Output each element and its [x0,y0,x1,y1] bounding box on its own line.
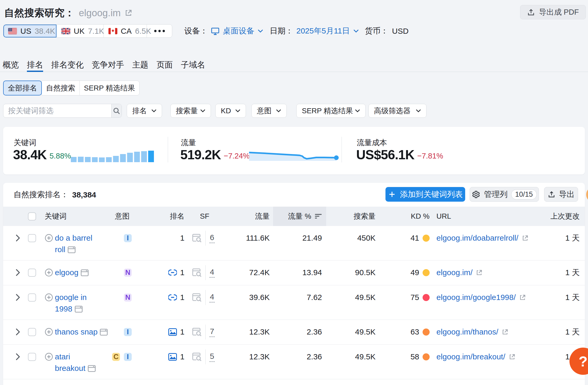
filter-dropdown-意图[interactable]: 意图 [251,104,287,118]
column-header-url[interactable]: URL [436,207,451,226]
url-link[interactable]: elgoog.im/thanos/ [436,327,498,336]
row-checkbox[interactable] [28,326,36,338]
column-header-keyword[interactable]: 关键词 [45,207,67,226]
url-link[interactable]: elgoog.im/ [436,268,472,277]
add-to-keyword-list-label: 添加到关键词列表 [400,189,463,200]
column-header-kd[interactable]: KD % [411,207,430,226]
sf-count[interactable]: 5 [209,352,215,362]
kd-value: 63 [411,327,419,336]
nav-tab-页面[interactable]: 页面 [157,59,173,72]
add-keyword-button[interactable] [45,292,53,303]
segment-全部排名[interactable]: 全部排名 [3,81,42,95]
floating-widget-sliver[interactable] [586,187,588,202]
filter-label: 意图 [257,106,272,116]
serp-snapshot-icon[interactable] [100,329,108,336]
serp-features-preview-icon[interactable] [192,352,202,361]
table-export-button[interactable]: 导出 [544,187,578,202]
column-header-last-change[interactable]: 上次更改 [539,207,580,226]
url-link[interactable]: elgoog.im/breakout/ [436,352,505,361]
sf-count[interactable]: 4 [209,268,215,278]
columns-count-badge: 10/15 [511,189,537,200]
sf-count[interactable]: 6 [209,233,215,243]
keyword-link[interactable]: atari breakout [55,352,96,372]
date-dropdown[interactable]: 2025年5月11日 [296,26,359,36]
serp-snapshot-icon[interactable] [81,269,89,276]
keyword-link[interactable]: elgoog [55,268,89,277]
country-keyword-count: 38.4K [35,27,55,36]
serp-snapshot-icon[interactable] [75,306,83,313]
device-dropdown[interactable]: 桌面设备 [211,26,263,36]
filter-dropdown-KD[interactable]: KD [215,104,246,118]
serp-features-preview-icon[interactable] [192,327,202,337]
column-header-rank[interactable]: 排名 [158,207,185,226]
analyzed-domain[interactable]: elgoog.im [79,8,121,19]
manage-columns-button[interactable]: 管理列 10/15 [470,187,539,202]
search-button[interactable] [111,104,122,117]
nav-tab-子域名[interactable]: 子域名 [181,59,205,72]
row-checkbox[interactable] [28,232,36,244]
row-checkbox[interactable] [28,351,36,363]
add-keyword-button[interactable] [45,232,53,244]
serp-features-preview-icon[interactable] [192,268,202,277]
external-link-icon[interactable] [476,269,483,276]
serp-features-preview-icon[interactable] [192,234,202,243]
export-pdf-button[interactable]: 导出成 PDF [520,5,586,19]
filter-dropdown-高级筛选器[interactable]: 高级筛选器 [368,104,426,118]
segment-自然搜索[interactable]: 自然搜索 [42,81,80,95]
url-link[interactable]: elgoog.im/doabarrelroll/ [436,234,518,242]
keyword-link[interactable]: thanos snap [55,327,108,336]
serp-features-preview-icon[interactable] [192,293,202,302]
column-header-sf[interactable]: SF [200,207,209,226]
country-tab-uk[interactable]: UK 7.1K [56,25,103,37]
add-keyword-button[interactable] [45,326,53,338]
select-all-checkbox[interactable] [28,207,36,226]
country-keyword-count: 6.5K [135,27,151,36]
expand-row-button[interactable] [16,351,24,363]
external-link-icon[interactable] [124,9,132,17]
keyword-search-input[interactable] [3,104,111,117]
nav-tab-主题[interactable]: 主题 [132,59,148,72]
sf-count[interactable]: 4 [209,292,215,303]
expand-row-button[interactable] [16,326,24,338]
sf-cell: 4 [192,292,215,303]
filter-dropdown-搜索量[interactable]: 搜索量 [170,104,211,118]
column-header-traffic[interactable]: 流量 [233,207,270,226]
sf-count[interactable]: 7 [209,327,215,337]
device-selector: 设备： 桌面设备 [184,24,263,38]
rank-cell: 1 [134,232,185,244]
add-keyword-button[interactable] [45,351,53,363]
keyword-link[interactable]: do a barrel roll [55,234,92,254]
chevron-down-icon [235,109,240,112]
external-link-icon[interactable] [522,235,529,242]
external-link-icon[interactable] [509,353,516,360]
add-keyword-button[interactable] [45,267,53,278]
country-keyword-count: 7.1K [88,27,104,36]
add-to-keyword-list-button[interactable]: 添加到关键词列表 [385,187,465,202]
segment-SERP 精选结果[interactable]: SERP 精选结果 [79,81,140,95]
country-tab-us[interactable]: US 38.4K [3,25,56,37]
row-checkbox[interactable] [28,267,36,278]
rank-value: 1 [180,352,185,361]
filter-dropdown-SERP 精选结果[interactable]: SERP 精选结果 [296,104,366,118]
expand-row-button[interactable] [16,232,24,244]
row-checkbox[interactable] [28,292,36,303]
table-row: atari breakout CI 1 5 12.3K 2.36 49.5K 5… [3,345,585,379]
external-link-icon[interactable] [501,329,509,336]
expand-row-button[interactable] [16,267,24,278]
filter-dropdown-排名[interactable]: 排名 [127,104,162,118]
serp-snapshot-icon[interactable] [68,246,76,253]
expand-row-button[interactable] [16,292,24,303]
nav-tab-概览[interactable]: 概览 [3,59,19,72]
nav-tab-排名变化[interactable]: 排名变化 [51,59,84,72]
external-link-icon[interactable] [519,294,526,301]
column-header-intent[interactable]: 意图 [115,207,130,226]
url-link[interactable]: elgoog.im/google1998/ [436,293,516,302]
column-header-traffic-pct[interactable]: 流量 % [285,207,322,226]
sf-cell: 4 [192,267,215,278]
country-tab-ca[interactable]: CA 6.5K [103,25,147,37]
serp-snapshot-icon[interactable] [88,365,96,372]
nav-tab-竞争对手[interactable]: 竞争对手 [92,59,124,72]
nav-tab-排名[interactable]: 排名 [27,59,43,72]
column-header-volume[interactable]: 搜索量 [339,207,376,226]
keyword-link[interactable]: google in 1998 [55,293,87,313]
